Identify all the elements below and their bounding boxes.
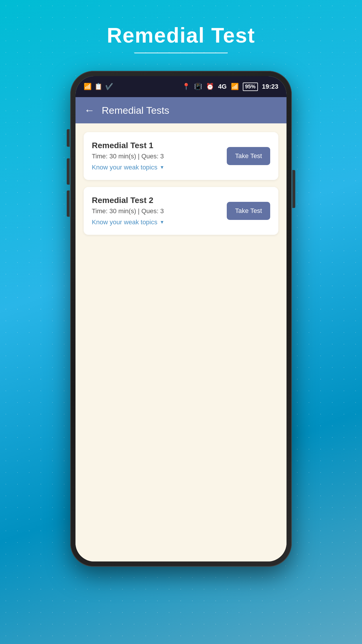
location-icon: 📍 xyxy=(182,83,190,90)
test-1-weak-topics[interactable]: Know your weak topics ▼ xyxy=(92,164,164,171)
test-card-2-left: Remedial Test 2 Time: 30 min(s) | Ques: … xyxy=(92,196,164,226)
vibrate-icon: 📳 xyxy=(194,83,202,90)
test-card-1-left: Remedial Test 1 Time: 30 min(s) | Ques: … xyxy=(92,141,164,171)
page-title: Remedial Test xyxy=(107,23,255,47)
phone-btn-power xyxy=(292,170,295,208)
status-left: 📶 📋 ✔️ xyxy=(84,83,113,90)
test-2-weak-topics-label: Know your weak topics xyxy=(92,218,157,226)
phone-frame: 📶 📋 ✔️ 📍 📳 ⏰ 4G 📶 95% 19:23 xyxy=(70,71,292,567)
battery-percent: 95% xyxy=(245,84,256,90)
app-header-title: Remedial Tests xyxy=(102,105,169,116)
test-2-dropdown-icon: ▼ xyxy=(160,220,164,225)
take-test-2-button[interactable]: Take Test xyxy=(227,202,270,220)
app-header: ← Remedial Tests xyxy=(75,97,287,123)
battery-indicator: 95% xyxy=(243,83,258,91)
content-area: Remedial Test 1 Time: 30 min(s) | Ques: … xyxy=(75,123,287,561)
test-2-title: Remedial Test 2 xyxy=(92,196,164,205)
test-1-dropdown-icon: ▼ xyxy=(160,165,164,170)
test-1-title: Remedial Test 1 xyxy=(92,141,164,150)
test-card-2: Remedial Test 2 Time: 30 min(s) | Ques: … xyxy=(84,187,278,235)
status-right: 📍 📳 ⏰ 4G 📶 95% 19:23 xyxy=(182,83,278,91)
message-icon: 📋 xyxy=(94,83,102,90)
test-1-meta: Time: 30 min(s) | Ques: 3 xyxy=(92,153,164,160)
wifi-icon: 📶 xyxy=(84,83,92,90)
test-card-1: Remedial Test 1 Time: 30 min(s) | Ques: … xyxy=(84,132,278,180)
verified-icon: ✔️ xyxy=(105,83,113,90)
clock-display: 19:23 xyxy=(262,83,278,90)
phone-screen: 📶 📋 ✔️ 📍 📳 ⏰ 4G 📶 95% 19:23 xyxy=(75,76,287,561)
alarm-icon: ⏰ xyxy=(206,83,214,90)
title-underline xyxy=(134,52,228,53)
phone-btn-volume-mute xyxy=(67,129,70,147)
signal-bars-icon: 📶 xyxy=(231,83,239,90)
test-2-weak-topics[interactable]: Know your weak topics ▼ xyxy=(92,218,164,226)
signal-label: 4G xyxy=(218,83,226,90)
back-button[interactable]: ← xyxy=(84,104,95,116)
page-title-section: Remedial Test xyxy=(107,23,255,53)
test-1-weak-topics-label: Know your weak topics xyxy=(92,164,157,171)
phone-btn-volume-down xyxy=(67,190,70,217)
test-2-meta: Time: 30 min(s) | Ques: 3 xyxy=(92,207,164,215)
take-test-1-button[interactable]: Take Test xyxy=(227,147,270,165)
status-bar: 📶 📋 ✔️ 📍 📳 ⏰ 4G 📶 95% 19:23 xyxy=(75,76,287,97)
phone-btn-volume-up xyxy=(67,158,70,185)
